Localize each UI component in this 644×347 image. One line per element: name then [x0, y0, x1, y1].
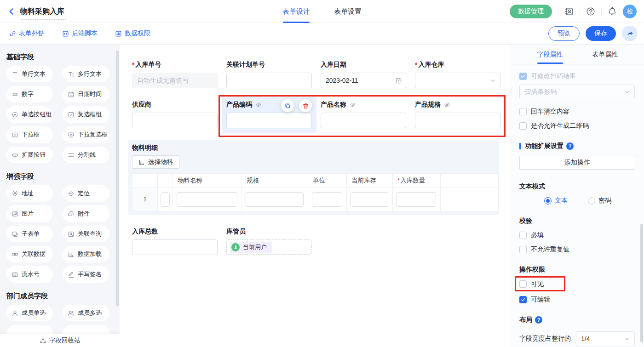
subform-material-detail[interactable]: 物料明细 选择物料 物料名称规格单位当前库存入库数量1	[128, 140, 499, 215]
sidebar-item-linked-query[interactable]: 关联查询	[63, 226, 109, 242]
sidebar-item-linked-data[interactable]: 关联数据	[6, 246, 53, 262]
scan-mode-select[interactable]: 扫描条形码	[519, 85, 635, 99]
subform-cell-input-物料名称[interactable]	[177, 192, 237, 207]
field-warehouse-keeper[interactable]: 库管员 当前用户	[226, 228, 312, 255]
help-icon[interactable]: ?	[535, 316, 542, 324]
field-recycle-bin[interactable]: 字段回收站	[0, 334, 120, 347]
sidebar-item-serial[interactable]: 流水号	[6, 266, 53, 283]
link-icon	[9, 30, 16, 37]
sidebar-item-address[interactable]: 地址	[6, 185, 53, 202]
sidebar-item-text-multi[interactable]: 多行文本	[63, 66, 109, 82]
current-user-tag[interactable]: 当前用户	[230, 242, 272, 253]
tab-form-settings[interactable]: 表单设置	[334, 0, 362, 23]
checkbox-unchecked[interactable]	[519, 232, 527, 239]
permission-可见[interactable]: 可见	[519, 280, 547, 288]
select-material-button[interactable]: 选择物料	[132, 155, 179, 169]
contacts-icon[interactable]	[564, 7, 574, 16]
sidebar-item-signature[interactable]: 手写签名	[63, 266, 109, 283]
field-product-spec[interactable]: 产品规格	[415, 97, 500, 128]
field-product-code-selected[interactable]: 产品编码	[222, 97, 316, 133]
sidebar-item-radio-group[interactable]: 单选按钮组	[6, 106, 53, 123]
preview-button[interactable]: 预览	[548, 26, 580, 41]
subform-cell-input-规格[interactable]	[246, 192, 304, 207]
supplier-input[interactable]	[132, 113, 218, 128]
radio-unselected[interactable]	[588, 197, 595, 205]
checkbox-checked[interactable]	[519, 296, 527, 303]
radio-密码[interactable]: 密码	[588, 197, 611, 205]
checkbox-checked-disabled[interactable]	[519, 73, 527, 80]
member-multi-icon	[68, 310, 75, 317]
field-plan-no[interactable]: 关联计划单号	[226, 61, 312, 88]
checkbox-unchecked[interactable]	[519, 280, 527, 288]
save-button[interactable]: 保存	[586, 26, 616, 41]
tab-field-properties[interactable]: 字段属性	[537, 45, 563, 64]
tab-form-design[interactable]: 表单设计	[282, 0, 310, 23]
sidebar-item-checkbox-group[interactable]: 复选框组	[63, 106, 109, 123]
sidebar-item-subform[interactable]: 子表单	[6, 226, 53, 242]
toolbar-link-dataperm[interactable]: 数据权限	[115, 29, 150, 38]
validation-0[interactable]: 必填	[519, 231, 635, 239]
product-code-input[interactable]	[226, 113, 312, 128]
sidebar-item-datetime[interactable]: 日期时间	[63, 86, 109, 102]
checkbox-unchecked[interactable]	[519, 246, 527, 253]
warehouse-select[interactable]	[415, 73, 500, 88]
inbound-no-input[interactable]	[132, 73, 218, 88]
validation-1[interactable]: 不允许重复值	[519, 245, 635, 254]
permission-可编辑[interactable]: 可编辑	[519, 296, 635, 304]
sidebar-item-attachment[interactable]: 附件	[63, 205, 109, 222]
sidebar-item-number[interactable]: 123数字	[6, 86, 53, 102]
inbound-date-input[interactable]	[321, 73, 406, 88]
panel-scrollbar[interactable]	[640, 224, 643, 342]
sidebar-item-member-multi[interactable]: 成员多选	[63, 305, 109, 321]
page-title[interactable]: 物料采购入库	[20, 7, 64, 17]
data-manage-button[interactable]: 数据管理	[510, 5, 552, 18]
plan-no-input[interactable]	[226, 73, 312, 88]
checkbox-unchecked[interactable]	[519, 122, 527, 130]
field-inbound-date[interactable]: 入库日期	[321, 61, 406, 88]
radio-selected[interactable]	[544, 197, 552, 205]
avatar[interactable]: 检	[623, 5, 637, 18]
tab-form-properties[interactable]: 表单属性	[592, 45, 618, 64]
toolbar-link-link[interactable]: 表单外链	[9, 29, 45, 38]
serial-icon	[12, 271, 18, 278]
sidebar-item-text-single[interactable]: 单行文本	[6, 66, 53, 82]
share-button[interactable]	[622, 26, 638, 41]
subform-cell-input-单位[interactable]	[312, 192, 342, 207]
sidebar-item-select[interactable]: 下拉框	[6, 126, 53, 143]
sidebar-scrollbar[interactable]	[116, 51, 119, 307]
back-icon[interactable]	[7, 7, 16, 16]
sidebar-item-divider[interactable]: 分割线	[63, 147, 109, 163]
field-label: 关联计划单号	[226, 61, 312, 68]
field-inbound-no[interactable]: 入库单号	[132, 61, 218, 88]
field-supplier[interactable]: 供应商	[132, 97, 218, 128]
help-icon[interactable]: ?	[566, 142, 574, 150]
subform-cell-input-当前库存[interactable]	[351, 192, 388, 207]
toolbar-link-script[interactable]: 后端脚本	[62, 29, 98, 38]
notifications-icon[interactable]	[608, 7, 617, 16]
radio-文本[interactable]: 文本	[544, 197, 568, 205]
field-warehouse[interactable]: 入库仓库	[415, 61, 500, 88]
subform-cell-input-入库数量[interactable]	[397, 192, 436, 207]
product-name-input[interactable]	[321, 113, 406, 128]
option-scan-result-editable[interactable]: 可修改扫码结果	[519, 72, 635, 80]
sidebar-item-member-single[interactable]: 成员单选	[6, 305, 53, 321]
add-action-button[interactable]: 添加操作	[519, 156, 635, 170]
field-width-select[interactable]: 1/4	[576, 331, 635, 346]
checkbox-unchecked[interactable]	[519, 108, 527, 115]
sidebar-item-extend-button[interactable]: 扩展按钮	[6, 147, 53, 163]
sidebar-item-image[interactable]: 图片	[6, 205, 53, 222]
sidebar-item-locate[interactable]: 定位	[63, 185, 109, 202]
delete-field-button[interactable]	[299, 99, 312, 112]
copy-field-button[interactable]	[281, 99, 294, 112]
option-0[interactable]: 回车清空内容	[519, 108, 635, 116]
option-1[interactable]: 是否允许生成二维码	[519, 122, 635, 130]
subform-mini-input[interactable]	[161, 192, 170, 207]
sidebar-item-multiselect[interactable]: 下拉复选框	[63, 126, 109, 143]
sidebar-item-data-load[interactable]: 数据加载	[63, 246, 109, 262]
keeper-member-field[interactable]: 当前用户	[226, 239, 312, 255]
help-icon[interactable]	[586, 7, 595, 16]
inbound-total-input[interactable]	[132, 239, 218, 255]
field-product-name[interactable]: 产品名称	[321, 97, 406, 128]
product-spec-input[interactable]	[415, 113, 500, 128]
field-inbound-total[interactable]: 入库总数	[132, 228, 218, 255]
